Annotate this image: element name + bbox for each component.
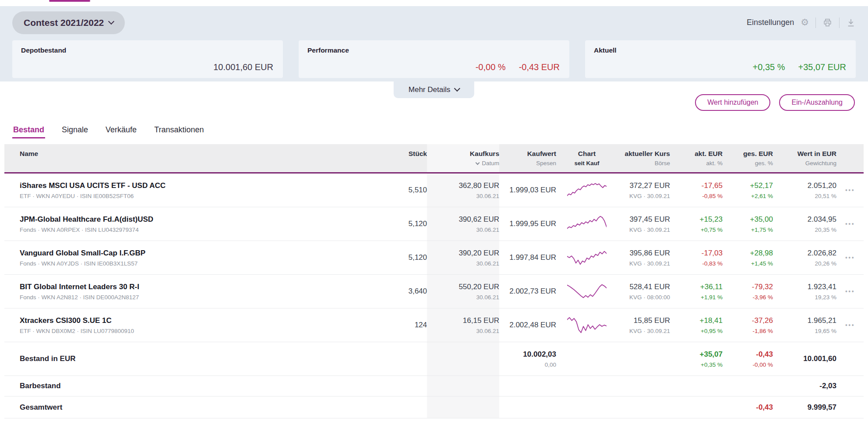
ges-eur-value: +28,98 [750, 249, 773, 258]
kaufwert-value: 2.002,73 EUR [509, 287, 556, 296]
summary-row-bestand: Bestand in EUR 10.002,03 0,00 +35,07 +0,… [4, 342, 864, 376]
performance-percent: -0,00 % [476, 62, 506, 72]
col-kaufkurs[interactable]: Kaufkurs [470, 150, 499, 158]
col-wert[interactable]: Wert in EUR [797, 150, 836, 158]
col-name[interactable]: Name [20, 150, 38, 158]
summary-row-gesamtwert: Gesamtwert -0,43 9.999,57 [4, 397, 864, 418]
kauf-datum: 30.06.21 [476, 328, 499, 334]
summary-wert: 10.001,60 [803, 354, 836, 363]
mehr-details-label: Mehr Details [409, 85, 450, 94]
mehr-details-toggle[interactable]: Mehr Details [394, 81, 474, 98]
col-akt-pct[interactable]: akt. % [706, 160, 723, 167]
row-menu-icon[interactable]: ••• [845, 288, 855, 295]
akt-eur-value: -17,03 [702, 249, 723, 258]
kauf-datum: 30.06.21 [476, 193, 499, 199]
instrument-name[interactable]: Xtrackers CSI300 S.UE 1C [20, 316, 112, 325]
gear-icon[interactable]: ⚙ [801, 18, 809, 27]
barbestand-wert: -2,03 [819, 382, 836, 390]
col-akt-kurs[interactable]: aktueller Kurs [625, 150, 670, 158]
stueck-value: 5,120 [408, 253, 427, 262]
tab-signale[interactable]: Signale [62, 125, 88, 138]
row-menu-icon[interactable]: ••• [845, 187, 855, 194]
sparkline-chart [567, 282, 607, 301]
akt-eur-value: +18,41 [700, 316, 723, 325]
stueck-value: 5,510 [408, 186, 427, 195]
aktueller-kurs-value: 528,41 EUR [629, 283, 670, 291]
col-ges-eur[interactable]: ges. EUR [743, 150, 773, 158]
boerse-info: KVG · 30.09.21 [629, 328, 670, 334]
active-nav-underline-fragment [49, 0, 90, 2]
kaufkurs-value: 16,15 EUR [463, 316, 499, 325]
instrument-name[interactable]: BIT Global Internet Leaders 30 R-I [20, 283, 139, 291]
print-icon[interactable] [822, 18, 833, 28]
ges-pct-value: +1,45 % [751, 260, 773, 267]
barbestand-label: Barbestand [20, 382, 61, 390]
col-datum[interactable]: Datum [482, 160, 499, 166]
depot-selector[interactable]: Contest 2021/2022 [12, 11, 125, 34]
col-spesen[interactable]: Spesen [536, 160, 556, 167]
depot-value: 10.001,60 EUR [213, 62, 273, 72]
akt-eur-value: -17,65 [702, 181, 723, 190]
table-row[interactable]: Vanguard Global Small-Cap I.F.GBP Fonds … [4, 241, 864, 275]
sparkline-chart [567, 315, 607, 335]
divider [839, 18, 840, 28]
gewichtung-value: 20,26 % [815, 260, 836, 267]
card-depotbestand: Depotbestand 10.001,60 EUR [12, 40, 283, 78]
wert-value: 2.026,82 [808, 249, 836, 258]
card-aktuell: Aktuell +0,35 % +35,07 EUR [585, 40, 856, 78]
stueck-value: 3,640 [408, 287, 427, 296]
row-menu-icon[interactable]: ••• [845, 322, 855, 329]
card-label: Depotbestand [21, 46, 274, 54]
deposit-withdraw-button[interactable]: Ein-/Auszahlung [779, 94, 855, 111]
instrument-meta: Fonds · WKN A2N812 · ISIN DE000A2N8127 [20, 294, 139, 301]
col-boerse[interactable]: Börse [655, 160, 670, 167]
instrument-name[interactable]: Vanguard Global Small-Cap I.F.GBP [20, 249, 145, 258]
table-row[interactable]: JPM-Global Healthcare Fd.A(dist)USD Fond… [4, 207, 864, 241]
table-row[interactable]: iShares MSCI USA UCITS ETF - USD ACC ETF… [4, 174, 864, 207]
col-gewichtung[interactable]: Gewichtung [805, 160, 836, 167]
boerse-info: KVG · 30.09.21 [629, 227, 670, 233]
instrument-name[interactable]: iShares MSCI USA UCITS ETF - USD ACC [20, 181, 166, 190]
kaufwert-value: 1.999,03 EUR [509, 186, 556, 195]
card-label: Performance [307, 46, 561, 54]
instrument-meta: ETF · WKN A0YEDU · ISIN IE00B52SFT06 [20, 193, 134, 199]
sort-desc-icon[interactable] [476, 160, 480, 165]
akt-pct-value: -0,85 % [702, 193, 723, 199]
instrument-meta: ETF · WKN DBX0M2 · ISIN LU0779800910 [20, 328, 134, 334]
akt-eur-value: +15,23 [700, 215, 723, 224]
gewichtung-value: 20,51 % [815, 193, 836, 199]
tab-transaktionen[interactable]: Transaktionen [154, 125, 204, 138]
ges-pct-value: -1,86 % [752, 328, 773, 334]
summary-kaufwert: 10.002,03 [523, 350, 556, 359]
kauf-datum: 30.06.21 [476, 260, 499, 267]
ges-pct-value: -3,96 % [752, 294, 773, 301]
sparkline-chart [567, 248, 607, 267]
row-menu-icon[interactable]: ••• [845, 220, 855, 227]
summary-spesen: 0,00 [545, 361, 556, 368]
col-akt-eur[interactable]: akt. EUR [695, 150, 723, 158]
summary-akt-eur: +35,07 [700, 350, 723, 359]
table-row[interactable]: Xtrackers CSI300 S.UE 1C ETF · WKN DBX0M… [4, 308, 864, 342]
tab-verkaeufe[interactable]: Verkäufe [106, 125, 137, 138]
sparkline-chart [567, 181, 607, 200]
download-icon[interactable] [846, 18, 856, 28]
instrument-meta: Fonds · WKN A0YJDS · ISIN IE00B3X1LS57 [20, 260, 138, 267]
tab-bestand[interactable]: Bestand [13, 125, 44, 138]
card-performance: Performance -0,00 % -0,43 EUR [299, 40, 569, 78]
sparkline-chart [567, 214, 607, 234]
table-row[interactable]: BIT Global Internet Leaders 30 R-I Fonds… [4, 275, 864, 308]
settings-label[interactable]: Einstellungen [747, 18, 794, 27]
col-seit-kauf: seit Kauf [574, 160, 599, 167]
row-menu-icon[interactable]: ••• [845, 254, 855, 261]
akt-pct-value: -0,83 % [702, 260, 723, 267]
kaufkurs-value: 362,80 EUR [459, 181, 499, 190]
col-stueck[interactable]: Stück [409, 150, 427, 158]
aktueller-kurs-value: 372,27 EUR [629, 181, 670, 190]
instrument-name[interactable]: JPM-Global Healthcare Fd.A(dist)USD [20, 215, 153, 224]
add-value-button[interactable]: Wert hinzufügen [695, 94, 770, 111]
aktueller-kurs-value: 395,86 EUR [629, 249, 670, 258]
wert-value: 1.965,21 [808, 316, 836, 325]
wert-value: 2.034,95 [808, 215, 836, 224]
col-kaufwert[interactable]: Kaufwert [527, 150, 556, 158]
col-ges-pct[interactable]: ges. % [755, 160, 773, 167]
